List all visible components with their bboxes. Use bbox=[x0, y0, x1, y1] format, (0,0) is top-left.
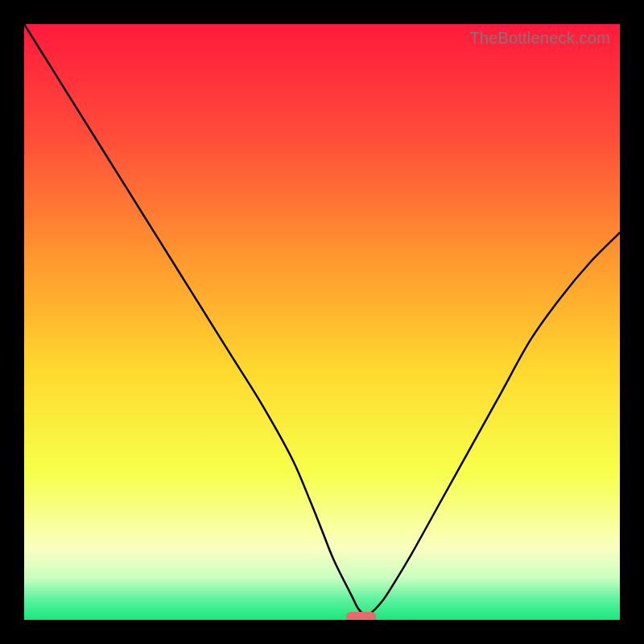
chart-frame: TheBottleneck.com bbox=[0, 0, 644, 644]
bottleneck-curve bbox=[24, 24, 620, 615]
watermark-text: TheBottleneck.com bbox=[469, 29, 610, 47]
chart-svg bbox=[24, 24, 620, 620]
gradient-background bbox=[24, 24, 620, 620]
optimal-marker bbox=[346, 612, 376, 620]
plot-area: TheBottleneck.com bbox=[24, 24, 620, 620]
